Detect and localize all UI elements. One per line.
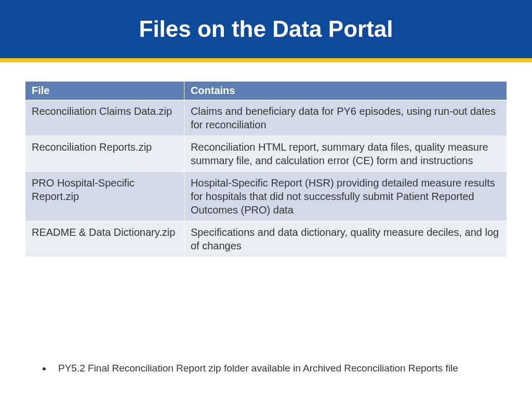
table-row: Reconciliation Claims Data.zip Claims an… <box>25 100 507 136</box>
cell-contains: Claims and beneficiary data for PY6 epis… <box>184 100 507 136</box>
cell-file: README & Data Dictionary.zip <box>25 221 184 257</box>
cell-file: PRO Hospital-Specific Report.zip <box>25 172 184 221</box>
cell-contains: Hospital-Specific Report (HSR) providing… <box>184 172 507 221</box>
table-row: README & Data Dictionary.zip Specificati… <box>25 221 507 257</box>
table-header-contains: Contains <box>184 82 507 100</box>
cell-file: Reconciliation Reports.zip <box>25 136 184 172</box>
cell-contains: Specifications and data dictionary, qual… <box>184 221 507 257</box>
page-title: Files on the Data Portal <box>139 16 393 42</box>
cell-file: Reconciliation Claims Data.zip <box>25 100 184 136</box>
table-row: PRO Hospital-Specific Report.zip Hospita… <box>25 172 507 221</box>
slide-header: Files on the Data Portal <box>0 0 532 62</box>
slide-content: File Contains Reconciliation Claims Data… <box>0 62 532 257</box>
table-row: Reconciliation Reports.zip Reconciliatio… <box>25 136 507 172</box>
bullet-item: PY5.2 Final Reconciliation Report zip fo… <box>52 363 507 374</box>
cell-contains: Reconciliation HTML report, summary data… <box>184 136 507 172</box>
files-table: File Contains Reconciliation Claims Data… <box>25 81 507 257</box>
bullet-list: PY5.2 Final Reconciliation Report zip fo… <box>42 363 507 374</box>
table-header-file: File <box>25 82 184 100</box>
